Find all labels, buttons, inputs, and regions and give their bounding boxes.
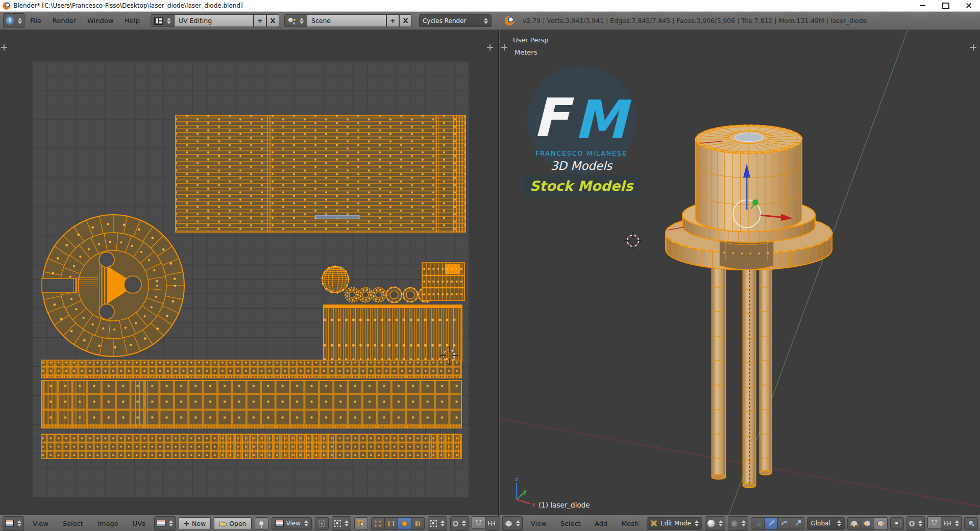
manipulator-scale-button[interactable] [791, 517, 804, 530]
snap-target-icon [487, 520, 496, 526]
watermark-letter-m: M [574, 89, 631, 151]
chevron-updown-icon [345, 520, 349, 526]
proportional-edit-icon [453, 521, 458, 526]
menu-help[interactable]: Help [119, 17, 145, 24]
edit-mode-icon [650, 520, 657, 527]
uv-select-vertex-button[interactable] [371, 517, 385, 530]
chevron-updown-icon [167, 18, 171, 24]
pivot-icon [334, 520, 341, 527]
vp-menu-select[interactable]: Select [555, 520, 586, 527]
screen-layout-browse[interactable] [151, 14, 175, 27]
vp-menu-view[interactable]: View [525, 520, 552, 527]
folder-icon [219, 520, 227, 526]
uv-snap-toggle[interactable] [472, 516, 485, 529]
uv-canvas-graphics [0, 30, 498, 515]
chevron-updown-icon [719, 520, 723, 526]
title-bar: Blender* [C:\Users\Francesco-Fisso\Deskt… [0, 0, 980, 12]
menu-file[interactable]: File [24, 17, 47, 24]
viewport-3d: F M FRANCESCO MILANESE 3D Models Stock M… [499, 30, 980, 531]
chevron-updown-icon [18, 18, 22, 24]
vertex-select-button[interactable] [847, 517, 861, 530]
snap-toggle[interactable] [927, 516, 941, 529]
add-scene-button[interactable]: + [386, 14, 399, 27]
center-target-icon [318, 520, 325, 527]
snap-target-dropdown[interactable] [941, 516, 962, 531]
close-layout-button[interactable]: X [266, 14, 279, 27]
chevron-updown-icon [955, 520, 959, 526]
uv-proportional-edit-dropdown[interactable] [450, 516, 469, 531]
viewport-3d-icon [505, 520, 512, 527]
uv-select-face-button[interactable] [398, 517, 411, 530]
manipulator-rotate-button[interactable] [778, 517, 791, 530]
uv-select-edge-button[interactable] [385, 517, 398, 530]
snap-magnet-icon [931, 519, 938, 526]
manipulator-translate-button[interactable] [765, 517, 778, 530]
vertex-mode-icon [375, 520, 381, 527]
uv-menu-select[interactable]: Select [57, 520, 89, 527]
snap-peel-button[interactable] [964, 517, 978, 530]
menu-render[interactable]: Render [47, 17, 82, 24]
menu-window[interactable]: Window [82, 17, 119, 24]
chevron-updown-icon [516, 520, 520, 526]
mode-dropdown[interactable]: Edit Mode [647, 517, 702, 530]
image-thumb-icon [275, 520, 284, 527]
blender-logo [3, 2, 10, 10]
watermark-letter-f: F [532, 87, 574, 149]
browse-image-dropdown[interactable] [154, 516, 176, 531]
sticky-selection-dropdown[interactable] [428, 516, 447, 531]
uv-menu-view[interactable]: View [27, 520, 54, 527]
uv-sync-selection-toggle[interactable] [354, 517, 368, 530]
uv-menu-image[interactable]: Image [92, 520, 124, 527]
viewport-canvas[interactable]: F M FRANCESCO MILANESE 3D Models Stock M… [500, 30, 980, 515]
minimize-button[interactable] [911, 0, 934, 11]
uv-editor-header: View Select Image UVs New Ope [0, 515, 498, 531]
pivot-center-icon [730, 520, 738, 527]
chevron-updown-icon [837, 520, 841, 526]
editor-type-dropdown-3d[interactable] [502, 516, 523, 531]
orientation-dropdown[interactable]: Global [807, 517, 845, 530]
editor-type-dropdown-uv[interactable] [3, 516, 24, 531]
vertex-cube-icon [850, 520, 858, 527]
image-editor-icon [5, 520, 14, 527]
proportional-edit-dropdown[interactable] [906, 516, 925, 531]
viewport-shading-dropdown[interactable] [705, 516, 725, 531]
face-cube-icon [877, 520, 885, 527]
scene-name-field[interactable]: Scene [307, 14, 386, 27]
vp-menu-add[interactable]: Add [589, 520, 613, 527]
axis-tripod-icon [754, 520, 762, 527]
uv-select-island-button[interactable] [411, 517, 425, 530]
display-channel-dropdown[interactable]: View [272, 517, 312, 530]
island-mode-icon [414, 520, 421, 527]
watermark-badge: Stock Models [530, 178, 634, 194]
watermark-name: FRANCESCO MILANESE [535, 149, 627, 157]
face-select-button[interactable] [874, 517, 888, 530]
image-icon [157, 520, 165, 527]
uv-menu-uvs[interactable]: UVs [127, 520, 151, 527]
new-image-button[interactable]: New [179, 517, 211, 530]
editor-type-dropdown-info[interactable]: i [3, 13, 24, 28]
add-layout-button[interactable]: + [254, 14, 266, 27]
vp-menu-mesh[interactable]: Mesh [616, 520, 644, 527]
edge-select-button[interactable] [861, 517, 874, 530]
occlude-geometry-icon [894, 520, 900, 527]
face-mode-icon [401, 520, 408, 527]
spheres-icon [968, 520, 975, 527]
close-button[interactable] [957, 0, 980, 11]
maximize-button[interactable] [934, 0, 957, 11]
open-image-button[interactable]: Open [214, 517, 251, 530]
uv-pivot-dropdown[interactable] [332, 516, 351, 531]
sticky-selection-icon [430, 520, 437, 527]
pin-image-button[interactable] [255, 517, 268, 530]
render-engine-dropdown[interactable]: Cycles Render [419, 14, 492, 27]
screen-layout-name-field[interactable]: UV Editing [175, 14, 254, 27]
scene-browse[interactable] [284, 14, 307, 27]
limit-to-visible-button[interactable] [890, 517, 904, 530]
info-header: i File Render Window Help UV Editing + X… [0, 12, 980, 30]
center-view-button[interactable] [315, 517, 329, 530]
close-scene-button[interactable]: X [399, 14, 412, 27]
manipulator-toggle-button[interactable] [751, 517, 765, 530]
blender-window: Blender* [C:\Users\Francesco-Fisso\Deskt… [0, 0, 980, 531]
pivot-point-dropdown[interactable] [728, 516, 748, 531]
uv-canvas[interactable] [0, 30, 498, 515]
blender-logo [505, 16, 514, 26]
